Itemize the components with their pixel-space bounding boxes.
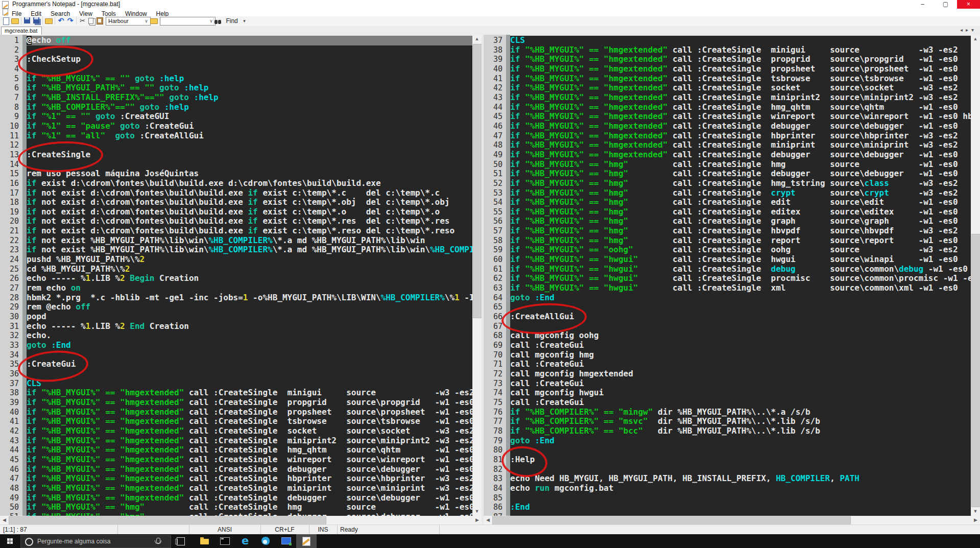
status-cell-4: INS (309, 525, 338, 534)
scrollbar-thumb[interactable] (971, 234, 980, 507)
code-line: if "%HB_MYGUI%" == "hmg" call :CreateSin… (510, 217, 971, 226)
export-button[interactable] (150, 17, 158, 25)
taskbar-app-console[interactable] (214, 534, 235, 548)
vertical-scrollbar-left[interactable]: ▲ ▼ (472, 35, 482, 516)
chevron-down-icon[interactable]: ▾ (243, 18, 246, 23)
vertical-scrollbar-right[interactable]: ▲ ▼ (971, 35, 980, 516)
taskbar-app-remote-computer[interactable] (276, 534, 296, 548)
code-area-right[interactable]: CLSif "%HB_MYGUI%" == "hmgextended" call… (510, 36, 971, 516)
line-number: 30 (0, 312, 22, 322)
code-line: @echo off (27, 36, 472, 45)
line-number: 51 (0, 512, 22, 516)
code-line: if "%HB_MYGUI%" == "hmgextended" call :C… (27, 474, 472, 484)
code-line: if "%HB_MYGUI%" == "hmgextended" call :C… (510, 140, 971, 150)
start-button[interactable] (0, 534, 20, 548)
code-line: if "%HB_MYGUI%" == "hwgui" call :CreateS… (510, 265, 971, 274)
scroll-down-icon[interactable]: ▼ (472, 507, 482, 516)
search-combo-input[interactable]: ∨ (160, 17, 216, 26)
maximize-button[interactable]: ▢ (934, 0, 957, 9)
open-file-button[interactable] (11, 17, 19, 25)
line-number: 78 (484, 426, 506, 436)
save-all-button[interactable] (32, 17, 41, 25)
new-file-button[interactable] (2, 17, 10, 25)
code-line: call :CreateGui (510, 398, 971, 408)
programmers-notepad-icon (302, 537, 310, 546)
paste-button[interactable] (95, 17, 104, 25)
code-line: call mgconfig hmgextended (510, 369, 971, 379)
save-copy-button[interactable] (44, 17, 53, 25)
tab-scroll-buttons[interactable]: ◂▸▾ (960, 27, 977, 33)
save-button[interactable] (23, 17, 32, 25)
code-line: echo ----- %1.LIB %2 Begin Creation (27, 274, 472, 283)
minimize-button[interactable]: – (911, 0, 934, 9)
scrollbar-thumb[interactable] (9, 516, 326, 525)
task-view-button[interactable] (177, 537, 185, 545)
cut-button[interactable]: ✂ (78, 17, 87, 25)
taskbar-app-edge[interactable]: e (235, 534, 255, 548)
code-line: call mgconfig hwgui (510, 388, 971, 398)
line-number: 20 (0, 217, 22, 226)
cut-icon: ✂ (78, 17, 87, 25)
line-number: 22 (0, 236, 22, 246)
code-line (27, 369, 472, 379)
scroll-right-icon[interactable]: ▶ (971, 516, 980, 525)
scrollbar-thumb[interactable] (492, 516, 851, 525)
status-cell-1 (117, 525, 189, 534)
undo-button[interactable]: ↶ (57, 17, 65, 25)
horizontal-scrollbar-right[interactable]: ◀ ▶ (484, 516, 980, 525)
line-number: 7 (0, 93, 22, 103)
code-area-left[interactable]: @echo off:CheckSetupif "%HB_MYGUI%" == "… (27, 36, 472, 516)
line-number: 1 (0, 36, 22, 45)
remote-computer-icon (281, 537, 291, 544)
scroll-up-icon[interactable]: ▲ (472, 35, 482, 43)
line-number: 74 (484, 388, 506, 398)
line-number: 33 (0, 341, 22, 350)
line-number: 44 (0, 445, 22, 455)
redo-button[interactable]: ↷ (66, 17, 75, 25)
editor-pane-right: 3738394041424344454647484950515253545556… (484, 35, 980, 516)
taskbar-app-programmers-notepad[interactable] (296, 534, 317, 548)
editor-split-view: 1234567891011121314151617181920212223242… (0, 35, 980, 525)
line-number: 53 (484, 188, 506, 198)
taskbar-app-bird-messenger[interactable] (255, 534, 276, 548)
scheme-select[interactable]: Harbour ∨ (106, 17, 151, 26)
close-button[interactable]: × (957, 0, 980, 9)
line-number: 71 (484, 360, 506, 369)
save-all-icon (33, 17, 39, 23)
title-bar: Programmer's Notepad - [mgcreate.bat] – … (0, 0, 980, 9)
code-line: if not exist d:\cdrom\fontes\build\build… (27, 188, 472, 198)
line-number: 28 (0, 293, 22, 303)
line-number: 76 (484, 408, 506, 417)
scroll-up-icon[interactable]: ▲ (971, 35, 980, 43)
line-number: 77 (484, 417, 506, 426)
code-line: if "%HB_MYGUI%" == "hmg" call :CreateSin… (510, 226, 971, 236)
code-line (27, 45, 472, 55)
code-line: if "%HB_MYGUI%" == "hmgextended" call :C… (510, 93, 971, 103)
code-line: if "%HB_MYGUI%" == "hmgextended" call :C… (510, 74, 971, 84)
binoculars-icon (218, 20, 221, 24)
chevron-down-icon[interactable]: ∨ (143, 18, 150, 23)
code-line (510, 512, 971, 516)
scroll-down-icon[interactable]: ▼ (971, 507, 980, 516)
scroll-left-icon[interactable]: ◀ (0, 516, 9, 525)
taskbar-app-file-explorer[interactable] (194, 534, 214, 548)
scrollbar-thumb[interactable] (473, 44, 482, 318)
find-button[interactable]: Find ▾ (214, 17, 246, 25)
code-line: if "%HB_MYGUI%" == "hmg" call :CreateSin… (27, 503, 472, 512)
cortana-search-box[interactable]: Pergunte-me alguma coisa (20, 535, 171, 548)
scroll-left-icon[interactable]: ◀ (484, 516, 492, 525)
line-number: 23 (0, 245, 22, 255)
code-line: if "%HB_MYGUI%" == "hmgextended" call :C… (510, 131, 971, 141)
code-line: if "%HB_MYGUI%" == "hmg" call :CreateSin… (510, 207, 971, 217)
code-line: if not exist %HB_MYGUI_PATH%\lib\win\%HB… (27, 236, 472, 246)
line-number: 75 (484, 398, 506, 408)
code-line: call mgconfig oohg (510, 331, 971, 341)
copy-button[interactable] (87, 17, 95, 25)
microphone-icon[interactable] (156, 538, 160, 543)
scroll-right-icon[interactable]: ▶ (473, 516, 482, 525)
horizontal-scrollbar-left[interactable]: ◀ ▶ (0, 516, 482, 525)
app-icon (2, 1, 9, 9)
code-line: if "%HB_MYGUI%" == "hmgextended" call :C… (510, 122, 971, 131)
line-number: 59 (484, 245, 506, 255)
code-line: if "%HB_MYGUI%" == "hmgextended" call :C… (27, 493, 472, 503)
